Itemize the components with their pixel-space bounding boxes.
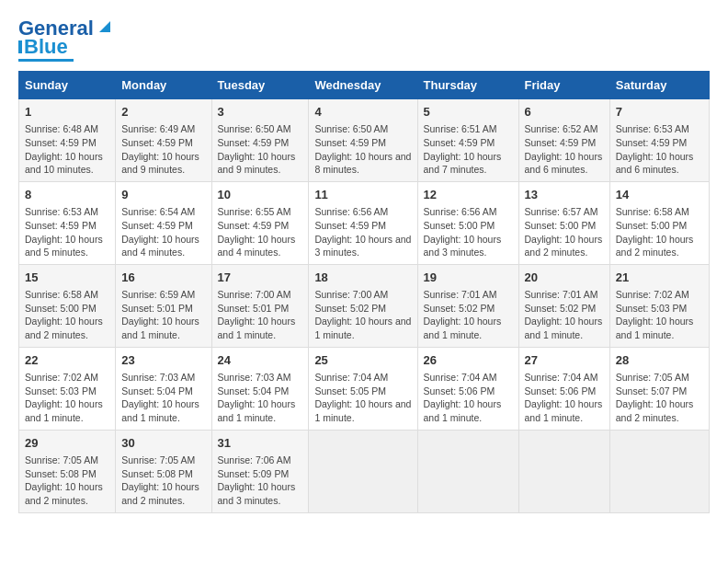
calendar-cell: 17 Sunrise: 7:00 AM Sunset: 5:01 PM Dayl… [211, 264, 309, 347]
day-number: 1 [25, 104, 109, 121]
day-number: 13 [525, 187, 604, 203]
day-info: Sunrise: 6:54 AM Sunset: 4:59 PM Dayligh… [121, 205, 205, 259]
day-number: 11 [314, 187, 411, 203]
day-info: Sunrise: 6:50 AM Sunset: 4:59 PM Dayligh… [314, 122, 411, 177]
page-header: General Blue [18, 18, 710, 62]
day-number: 7 [616, 104, 703, 121]
day-number: 23 [121, 352, 205, 369]
calendar-cell: 2 Sunrise: 6:49 AM Sunset: 4:59 PM Dayli… [116, 99, 211, 182]
day-number: 27 [525, 352, 604, 369]
week-row-5: 29 Sunrise: 7:05 AM Sunset: 5:08 PM Dayl… [19, 430, 710, 512]
day-info: Sunrise: 6:56 AM Sunset: 5:00 PM Dayligh… [424, 205, 513, 259]
day-number: 15 [25, 270, 109, 286]
calendar-cell: 11 Sunrise: 6:56 AM Sunset: 4:59 PM Dayl… [309, 181, 417, 264]
day-info: Sunrise: 6:57 AM Sunset: 5:00 PM Dayligh… [525, 205, 604, 259]
calendar-cell [518, 430, 609, 512]
calendar-cell: 29 Sunrise: 7:05 AM Sunset: 5:08 PM Dayl… [19, 430, 116, 512]
header-monday: Monday [116, 72, 211, 99]
calendar-cell: 13 Sunrise: 6:57 AM Sunset: 5:00 PM Dayl… [518, 181, 609, 264]
day-info: Sunrise: 6:48 AM Sunset: 4:59 PM Dayligh… [25, 122, 109, 177]
day-number: 14 [616, 187, 703, 203]
calendar-cell: 31 Sunrise: 7:06 AM Sunset: 5:09 PM Dayl… [211, 430, 309, 512]
day-info: Sunrise: 7:02 AM Sunset: 5:03 PM Dayligh… [25, 371, 109, 425]
calendar-cell: 6 Sunrise: 6:52 AM Sunset: 4:59 PM Dayli… [518, 99, 609, 182]
day-number: 8 [25, 187, 109, 203]
header-thursday: Thursday [417, 72, 518, 99]
calendar-cell: 5 Sunrise: 6:51 AM Sunset: 4:59 PM Dayli… [417, 99, 518, 182]
day-number: 5 [424, 104, 513, 121]
calendar-cell: 12 Sunrise: 6:56 AM Sunset: 5:00 PM Dayl… [417, 181, 518, 264]
day-info: Sunrise: 7:05 AM Sunset: 5:08 PM Dayligh… [121, 454, 205, 508]
week-row-3: 15 Sunrise: 6:58 AM Sunset: 5:00 PM Dayl… [19, 264, 710, 347]
day-info: Sunrise: 7:06 AM Sunset: 5:09 PM Dayligh… [218, 454, 303, 508]
day-info: Sunrise: 7:05 AM Sunset: 5:08 PM Dayligh… [25, 454, 109, 508]
week-row-4: 22 Sunrise: 7:02 AM Sunset: 5:03 PM Dayl… [19, 347, 710, 430]
day-info: Sunrise: 7:01 AM Sunset: 5:02 PM Dayligh… [525, 288, 604, 342]
calendar-cell: 10 Sunrise: 6:55 AM Sunset: 4:59 PM Dayl… [211, 181, 309, 264]
day-info: Sunrise: 6:52 AM Sunset: 4:59 PM Dayligh… [525, 122, 604, 177]
calendar-cell: 1 Sunrise: 6:48 AM Sunset: 4:59 PM Dayli… [19, 99, 116, 182]
day-info: Sunrise: 6:51 AM Sunset: 4:59 PM Dayligh… [424, 122, 513, 177]
day-number: 4 [314, 104, 411, 121]
calendar-table: SundayMondayTuesdayWednesdayThursdayFrid… [18, 71, 710, 513]
day-info: Sunrise: 7:01 AM Sunset: 5:02 PM Dayligh… [424, 288, 513, 342]
day-info: Sunrise: 7:04 AM Sunset: 5:06 PM Dayligh… [525, 371, 604, 425]
calendar-cell: 30 Sunrise: 7:05 AM Sunset: 5:08 PM Dayl… [116, 430, 211, 512]
day-info: Sunrise: 7:03 AM Sunset: 5:04 PM Dayligh… [121, 371, 205, 425]
day-number: 28 [616, 352, 703, 369]
calendar-cell: 21 Sunrise: 7:02 AM Sunset: 5:03 PM Dayl… [609, 264, 709, 347]
day-number: 9 [121, 187, 205, 203]
week-row-1: 1 Sunrise: 6:48 AM Sunset: 4:59 PM Dayli… [19, 99, 710, 182]
day-number: 30 [121, 435, 205, 452]
calendar-cell [309, 430, 417, 512]
calendar-cell: 27 Sunrise: 7:04 AM Sunset: 5:06 PM Dayl… [518, 347, 609, 430]
logo-line [18, 59, 74, 62]
day-info: Sunrise: 6:59 AM Sunset: 5:01 PM Dayligh… [121, 288, 205, 342]
day-number: 10 [218, 187, 303, 203]
calendar-cell: 18 Sunrise: 7:00 AM Sunset: 5:02 PM Dayl… [309, 264, 417, 347]
calendar-cell: 26 Sunrise: 7:04 AM Sunset: 5:06 PM Dayl… [417, 347, 518, 430]
day-info: Sunrise: 6:53 AM Sunset: 4:59 PM Dayligh… [25, 205, 109, 259]
day-info: Sunrise: 7:00 AM Sunset: 5:01 PM Dayligh… [218, 288, 303, 342]
logo: General Blue [18, 18, 114, 62]
day-number: 29 [25, 435, 109, 452]
calendar-cell: 3 Sunrise: 6:50 AM Sunset: 4:59 PM Dayli… [211, 99, 309, 182]
header-tuesday: Tuesday [211, 72, 309, 99]
calendar-cell: 25 Sunrise: 7:04 AM Sunset: 5:05 PM Dayl… [309, 347, 417, 430]
day-info: Sunrise: 7:04 AM Sunset: 5:05 PM Dayligh… [314, 371, 411, 425]
day-info: Sunrise: 6:50 AM Sunset: 4:59 PM Dayligh… [218, 122, 303, 177]
calendar-cell: 15 Sunrise: 6:58 AM Sunset: 5:00 PM Dayl… [19, 264, 116, 347]
day-number: 2 [121, 104, 205, 121]
svg-marker-0 [99, 21, 110, 32]
day-number: 6 [525, 104, 604, 121]
day-info: Sunrise: 6:55 AM Sunset: 4:59 PM Dayligh… [218, 205, 303, 259]
day-number: 20 [525, 270, 604, 286]
day-info: Sunrise: 6:56 AM Sunset: 4:59 PM Dayligh… [314, 205, 411, 259]
day-info: Sunrise: 7:05 AM Sunset: 5:07 PM Dayligh… [616, 371, 703, 425]
header-friday: Friday [518, 72, 609, 99]
calendar-cell [417, 430, 518, 512]
week-row-2: 8 Sunrise: 6:53 AM Sunset: 4:59 PM Dayli… [19, 181, 710, 264]
day-number: 21 [616, 270, 703, 286]
day-info: Sunrise: 7:02 AM Sunset: 5:03 PM Dayligh… [616, 288, 703, 342]
calendar-cell: 28 Sunrise: 7:05 AM Sunset: 5:07 PM Dayl… [609, 347, 709, 430]
day-number: 25 [314, 352, 411, 369]
day-info: Sunrise: 7:04 AM Sunset: 5:06 PM Dayligh… [424, 371, 513, 425]
calendar-cell: 9 Sunrise: 6:54 AM Sunset: 4:59 PM Dayli… [116, 181, 211, 264]
calendar-cell: 20 Sunrise: 7:01 AM Sunset: 5:02 PM Dayl… [518, 264, 609, 347]
calendar-header-row: SundayMondayTuesdayWednesdayThursdayFrid… [19, 72, 710, 99]
calendar-cell: 7 Sunrise: 6:53 AM Sunset: 4:59 PM Dayli… [609, 99, 709, 182]
day-info: Sunrise: 7:03 AM Sunset: 5:04 PM Dayligh… [218, 371, 303, 425]
day-number: 24 [218, 352, 303, 369]
logo-blue-text: Blue [24, 37, 68, 57]
logo-arrow-icon [96, 17, 114, 36]
day-number: 12 [424, 187, 513, 203]
day-number: 16 [121, 270, 205, 286]
day-number: 22 [25, 352, 109, 369]
header-sunday: Sunday [19, 72, 116, 99]
header-saturday: Saturday [609, 72, 709, 99]
calendar-cell: 8 Sunrise: 6:53 AM Sunset: 4:59 PM Dayli… [19, 181, 116, 264]
day-info: Sunrise: 6:53 AM Sunset: 4:59 PM Dayligh… [616, 122, 703, 177]
calendar-cell: 23 Sunrise: 7:03 AM Sunset: 5:04 PM Dayl… [116, 347, 211, 430]
day-number: 19 [424, 270, 513, 286]
